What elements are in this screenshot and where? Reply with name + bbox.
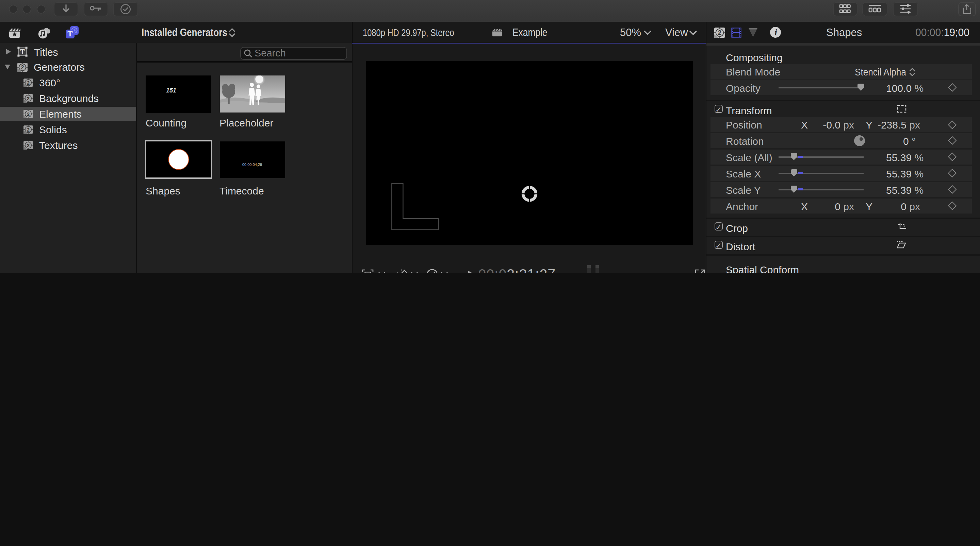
svg-text:2: 2 [27,95,29,101]
svg-text:2: 2 [27,143,29,148]
svg-text:2: 2 [27,127,29,132]
svg-text:2: 2 [27,80,29,86]
svg-text:2: 2 [718,29,721,36]
svg-text:T: T [20,48,25,56]
svg-text:i: i [775,28,777,37]
svg-text:T: T [67,30,73,38]
svg-text:2: 2 [27,111,29,117]
svg-text:2: 2 [21,64,24,70]
